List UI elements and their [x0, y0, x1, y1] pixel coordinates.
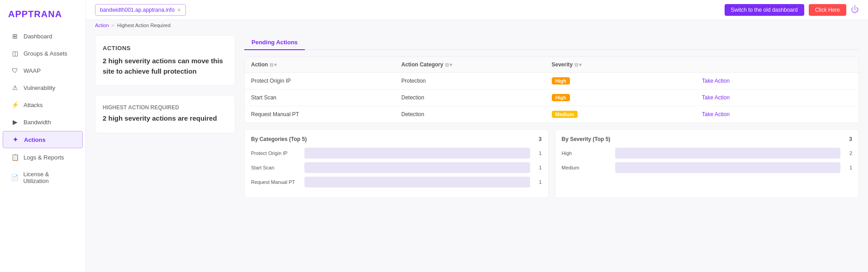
header-right: Switch to the old dashboard Click Here ⏻: [725, 4, 859, 16]
bar-bg: [304, 177, 530, 188]
actions-table: Action ⊟▼ Action Category ⊟▼ Severity ⊟▼: [244, 56, 859, 123]
td-cta: Take Action: [702, 94, 852, 101]
header: bandwidth001.ap.apptrana.info × Switch t…: [86, 0, 868, 20]
sidebar-item-actions[interactable]: ✦ Actions: [3, 131, 83, 148]
td-severity: Medium: [552, 111, 702, 118]
th-severity: Severity ⊟▼: [552, 61, 702, 68]
bar-label: Protect Origin IP: [251, 150, 301, 156]
license-icon: 📄: [11, 174, 19, 181]
bar-value: 2: [844, 150, 852, 156]
take-action-link[interactable]: Take Action: [702, 111, 730, 117]
chart-bar-row: Medium 1: [562, 162, 853, 173]
charts-row: By Categories (Top 5) 3 Protect Origin I…: [244, 129, 859, 198]
severity-badge-high: High: [552, 94, 570, 101]
bar-label: Request Manual PT: [251, 179, 301, 185]
sidebar-item-bandwidth[interactable]: ▶ Bandwidth: [3, 114, 83, 130]
url-tag-close-icon[interactable]: ×: [177, 6, 181, 14]
sidebar-item-vulnerability[interactable]: ⚠ Vulnerability: [3, 80, 83, 96]
table-row: Start Scan Detection High Take Action: [245, 89, 859, 106]
sidebar-item-logs-reports[interactable]: 📋 Logs & Reports: [3, 149, 83, 165]
breadcrumb-action-link[interactable]: Action: [95, 23, 109, 28]
tab-pending-actions[interactable]: Pending Actions: [244, 35, 305, 50]
breadcrumb-separator: >: [112, 23, 114, 28]
td-action: Protect Origin IP: [251, 78, 401, 84]
url-tag-text: bandwidth001.ap.apptrana.info: [100, 7, 175, 13]
bar-label: Medium: [562, 165, 612, 170]
th-action: Action ⊟▼: [251, 61, 401, 68]
take-action-link[interactable]: Take Action: [702, 78, 730, 84]
left-panel: ACTIONS 2 high severity actions can move…: [95, 35, 235, 265]
bar-value: 1: [534, 179, 542, 185]
sidebar-item-label: Actions: [24, 136, 46, 143]
sidebar-item-label: Logs & Reports: [24, 154, 64, 161]
sidebar-item-attacks[interactable]: ⚡ Attacks: [3, 97, 83, 113]
bar-bg: [615, 162, 841, 173]
severity-filter-icon[interactable]: ⊟▼: [574, 62, 583, 67]
main-card-text: 2 high severity actions can move this si…: [103, 56, 228, 76]
bar-bg: [615, 148, 841, 159]
sidebar-item-label: Dashboard: [24, 33, 52, 40]
table-row: Request Manual PT Detection Medium Take …: [245, 106, 859, 122]
bar-label: Start Scan: [251, 165, 301, 170]
th-category: Action Category ⊟▼: [401, 61, 551, 68]
sidebar-item-label: Vulnerability: [24, 84, 55, 91]
td-severity: High: [552, 77, 702, 84]
by-severity-chart: By Severity (Top 5) 3 High 2 Medium: [555, 129, 859, 198]
sidebar-item-waap[interactable]: 🛡 WAAP: [3, 62, 83, 79]
td-action: Request Manual PT: [251, 111, 401, 117]
bar-bg: [304, 148, 530, 159]
chart-title: By Categories (Top 5): [251, 136, 307, 142]
bandwidth-icon: ▶: [11, 118, 19, 126]
tabs-row: Pending Actions: [244, 35, 859, 50]
main-actions-card: ACTIONS 2 high severity actions can move…: [95, 35, 235, 86]
app-logo: APPTRANA: [0, 5, 85, 28]
power-icon[interactable]: ⏻: [851, 5, 859, 14]
sidebar-item-groups-assets[interactable]: ◫ Groups & Assets: [3, 45, 83, 61]
sidebar-item-label: License & Utilization: [23, 171, 75, 184]
section-title: ACTIONS: [103, 45, 228, 52]
bar-value: 1: [844, 165, 852, 170]
highest-action-card: Highest Action Required 2 high severity …: [95, 95, 235, 133]
td-cta: Take Action: [702, 111, 852, 117]
table-row: Protect Origin IP Protection High Take A…: [245, 73, 859, 89]
sidebar-item-license-utilization[interactable]: 📄 License & Utilization: [3, 166, 83, 189]
breadcrumb: Action > Highest Action Required: [86, 20, 868, 28]
action-filter-icon[interactable]: ⊟▼: [270, 62, 278, 67]
second-card-text: 2 high severity actions are required: [103, 113, 228, 124]
main-area: bandwidth001.ap.apptrana.info × Switch t…: [86, 0, 868, 272]
td-cta: Take Action: [702, 78, 852, 84]
sidebar-item-label: Attacks: [24, 102, 43, 108]
td-category: Protection: [401, 78, 551, 84]
breadcrumb-current: Highest Action Required: [117, 23, 171, 28]
vulnerability-icon: ⚠: [11, 84, 19, 91]
chart-header: By Severity (Top 5) 3: [562, 136, 853, 142]
severity-badge-medium: Medium: [552, 111, 578, 118]
highest-label: Highest Action Required: [103, 104, 228, 111]
groups-assets-icon: ◫: [11, 50, 19, 57]
header-left: bandwidth001.ap.apptrana.info ×: [95, 4, 186, 16]
bar-bg: [304, 162, 530, 173]
chart-header: By Categories (Top 5) 3: [251, 136, 542, 142]
severity-badge-high: High: [552, 77, 570, 84]
sidebar: APPTRANA ⊞ Dashboard ◫ Groups & Assets 🛡…: [0, 0, 86, 272]
chart-bar-row: Start Scan 1: [251, 162, 542, 173]
chart-count: 3: [539, 136, 542, 142]
chart-bar-row: Request Manual PT 1: [251, 177, 542, 188]
td-category: Detection: [401, 111, 551, 117]
th-cta: [702, 61, 852, 68]
sidebar-item-dashboard[interactable]: ⊞ Dashboard: [3, 28, 83, 44]
chart-title: By Severity (Top 5): [562, 136, 611, 142]
category-filter-icon[interactable]: ⊟▼: [445, 62, 453, 67]
take-action-link[interactable]: Take Action: [702, 94, 730, 101]
bar-value: 1: [534, 150, 542, 156]
sidebar-item-label: Groups & Assets: [24, 50, 67, 57]
attacks-icon: ⚡: [11, 101, 19, 108]
switch-dashboard-button[interactable]: Switch to the old dashboard: [725, 4, 804, 16]
right-panel: Pending Actions Action ⊟▼ Action Categor…: [244, 35, 859, 265]
table-header: Action ⊟▼ Action Category ⊟▼ Severity ⊟▼: [245, 57, 859, 73]
td-severity: High: [552, 94, 702, 101]
content: ACTIONS 2 high severity actions can move…: [86, 28, 868, 272]
url-tag[interactable]: bandwidth001.ap.apptrana.info ×: [95, 4, 186, 16]
chart-count: 3: [849, 136, 852, 142]
click-here-button[interactable]: Click Here: [809, 4, 846, 16]
